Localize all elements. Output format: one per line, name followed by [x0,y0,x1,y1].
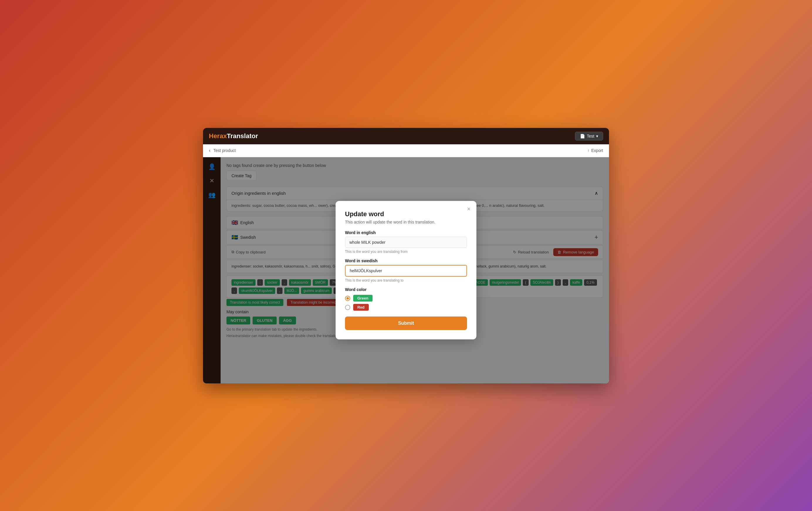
nav-right: 📄 Test ▾ [575,132,603,141]
breadcrumb-left: ‹ Test product [209,148,236,153]
modal-subtitle: This action will update the word in this… [345,220,467,224]
page-title: Test product [213,148,236,153]
radio-red-outer [345,305,350,310]
back-button[interactable]: ‹ [209,148,210,153]
app-window: HeraxTranslator 📄 Test ▾ ‹ Test product … [203,128,609,384]
document-icon: 📄 [580,134,585,138]
export-icon: ↑ [587,148,590,153]
word-en-label: Word in english [345,230,467,235]
top-nav: HeraxTranslator 📄 Test ▾ [203,128,609,144]
radio-green-outer [345,296,350,301]
content-area: 👤 ✕ 👥 No tags found create one by pressi… [203,157,609,384]
chevron-down-icon: ▾ [596,134,598,138]
word-sv-label: Word in swedish [345,258,467,263]
app-logo: HeraxTranslator [209,132,258,140]
red-badge: Red [353,304,369,311]
color-options: Green Red [345,295,467,311]
radio-green-inner [346,297,349,300]
color-option-green[interactable]: Green [345,295,467,302]
update-word-modal: × Update word This action will update th… [336,201,476,339]
export-label: Export [591,148,603,153]
color-option-red[interactable]: Red [345,304,467,311]
word-sv-input[interactable] [345,265,467,277]
logo-suffix: Translator [227,132,258,140]
word-sv-hint: This is the word you are translating to [345,278,467,283]
word-en-hint: This is the word you are translating fro… [345,250,467,254]
modal-overlay: × Update word This action will update th… [203,157,609,384]
test-button[interactable]: 📄 Test ▾ [575,132,603,141]
green-badge: Green [353,295,373,302]
modal-title: Update word [345,210,467,218]
word-color-label: Word color [345,287,467,292]
test-button-label: Test [587,134,594,138]
submit-button[interactable]: Submit [345,316,467,330]
breadcrumb-bar: ‹ Test product ↑ Export [203,144,609,157]
word-en-input[interactable] [345,237,467,248]
logo-prefix: Herax [209,132,227,140]
modal-close-button[interactable]: × [467,206,470,212]
export-button[interactable]: ↑ Export [587,148,603,153]
